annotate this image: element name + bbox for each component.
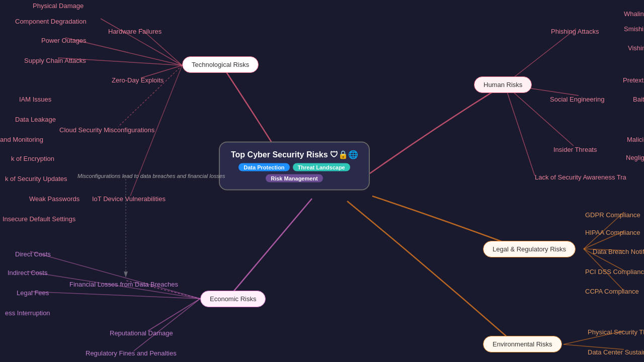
- text-security-updates: k of Security Updates: [5, 175, 67, 183]
- text-data-leakage: Data Leakage: [15, 116, 56, 123]
- text-weak-passwords: Weak Passwords: [29, 195, 79, 203]
- mindmap-canvas: Top Cyber Security Risks 🛡🔒🌐 Data Protec…: [0, 0, 644, 362]
- text-pci-dss: PCI DSS Compliance: [585, 268, 644, 276]
- svg-line-19: [30, 251, 200, 299]
- svg-marker-25: [124, 272, 128, 278]
- central-tags: Data Protection Threat Landscape Risk Ma…: [231, 163, 358, 183]
- central-title: Top Cyber Security Risks 🛡🔒🌐: [231, 150, 358, 159]
- svg-line-9: [505, 84, 574, 146]
- text-pretexting: Pretexting: [623, 76, 644, 84]
- legal-risks-label: Legal & Regulatory Risks: [493, 245, 566, 253]
- text-physical-security: Physical Security Threa...: [588, 328, 644, 336]
- text-cloud-misconfig: Cloud Security Misconfigurations: [59, 126, 154, 134]
- eco-risks-node[interactable]: Economic Risks: [200, 291, 266, 307]
- text-encryption: k of Encryption: [11, 155, 54, 162]
- tag-risk-management[interactable]: Risk Management: [266, 174, 323, 183]
- eco-risks-label: Economic Risks: [210, 295, 256, 303]
- text-social-engineering: Social Engineering: [550, 96, 604, 103]
- text-security-awareness: Lack of Security Awareness Tra: [535, 173, 626, 181]
- env-risks-node[interactable]: Environmental Risks: [483, 336, 562, 352]
- text-direct-costs: Direct Costs: [15, 250, 51, 258]
- text-physical-damage: Physical Damage: [33, 2, 84, 10]
- svg-line-21: [31, 292, 200, 299]
- text-hardware-failures: Hardware Failures: [108, 28, 162, 35]
- human-risks-label: Human Risks: [484, 81, 522, 88]
- text-smishing: Smishing: [624, 25, 644, 33]
- text-monitoring: and Monitoring: [0, 136, 43, 143]
- text-baiting: Baiting: [633, 96, 644, 103]
- text-malicious: Malicious: [627, 136, 644, 143]
- text-regulatory-fines: Regulatory Fines and Penalties: [86, 349, 177, 357]
- svg-line-18: [134, 299, 200, 351]
- text-supply-chain: Supply Chain Attacks: [24, 57, 86, 64]
- central-node[interactable]: Top Cyber Security Risks 🛡🔒🌐 Data Protec…: [219, 142, 370, 191]
- env-risks-label: Environmental Risks: [493, 340, 552, 348]
- svg-line-10: [505, 84, 535, 176]
- text-ccpa: CCPA Compliance: [585, 288, 639, 295]
- human-risks-node[interactable]: Human Risks: [474, 76, 532, 93]
- text-zero-day: Zero-Day Exploits: [112, 76, 164, 84]
- text-data-center: Data Center Sustainabi...: [588, 348, 644, 356]
- text-power-outages: Power Outages: [41, 37, 87, 44]
- misconfig-annotation: Misconfigurations lead to data breaches …: [77, 173, 225, 179]
- text-negligent: Negligent: [626, 154, 644, 161]
- tech-risks-label: Technological Risks: [192, 61, 249, 68]
- text-reputational-damage: Reputational Damage: [110, 329, 173, 337]
- text-financial-losses: Financial Losses from Data Breaches: [69, 281, 178, 288]
- text-iot: IoT Device Vulnerabilities: [92, 195, 166, 203]
- text-insecure-defaults: Insecure Default Settings: [3, 215, 75, 223]
- text-indirect-costs: Indirect Costs: [8, 269, 47, 277]
- text-vishing: Vishing: [628, 44, 644, 52]
- text-data-breach-notif: Data Breach Notific...: [593, 248, 644, 255]
- svg-line-1: [101, 19, 182, 65]
- tag-data-protection[interactable]: Data Protection: [238, 163, 289, 171]
- text-insider-threats: Insider Threats: [553, 146, 597, 153]
- text-whaling: Whaling: [624, 10, 644, 18]
- tech-risks-node[interactable]: Technological Risks: [182, 56, 259, 73]
- text-hipaa: HIPAA Compliance: [585, 229, 640, 236]
- text-phishing: Phishing Attacks: [551, 28, 599, 35]
- text-component-degradation: Component Degradation: [15, 18, 87, 25]
- svg-line-5: [118, 65, 182, 127]
- legal-risks-node[interactable]: Legal & Regulatory Risks: [483, 241, 576, 257]
- text-legal-fees: Legal Fees: [17, 289, 49, 297]
- text-iam: IAM Issues: [19, 96, 51, 103]
- text-business-interruption: ess Interruption: [5, 309, 50, 317]
- text-gdpr: GDPR Compliance: [585, 211, 640, 219]
- svg-line-17: [148, 299, 200, 331]
- tag-threat-landscape[interactable]: Threat Landscape: [293, 163, 350, 171]
